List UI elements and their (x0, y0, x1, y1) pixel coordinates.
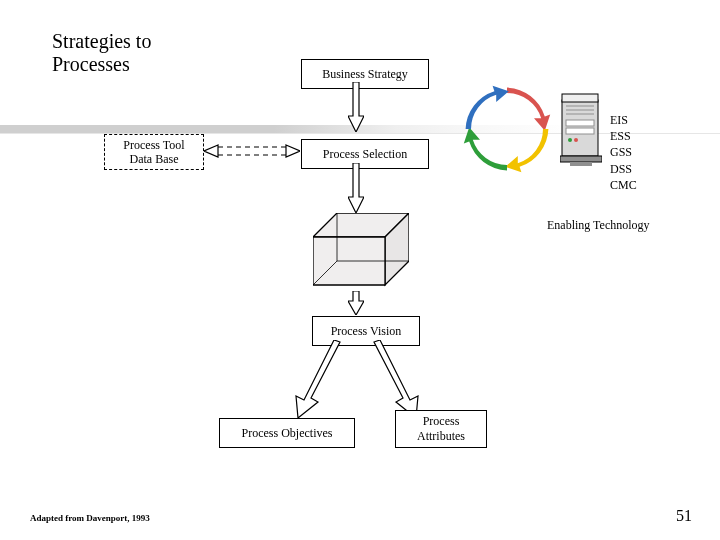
slide-number: 51 (676, 507, 692, 525)
svg-rect-18 (560, 156, 602, 162)
cube-icon (313, 213, 409, 289)
tech-item-cmc: CMC (610, 177, 637, 193)
node-process-objectives: Process Objectives (219, 418, 355, 448)
node-label: Business Strategy (322, 67, 408, 82)
svg-rect-14 (566, 120, 594, 126)
title-line2: Processes (52, 53, 252, 76)
arrow-down-left-icon (290, 340, 346, 418)
svg-point-16 (568, 138, 572, 142)
node-label: Process Selection (323, 147, 407, 162)
arrow-down-icon (348, 291, 364, 315)
node-process-selection: Process Selection (301, 139, 429, 169)
svg-rect-10 (562, 94, 598, 102)
tech-item-ess: ESS (610, 128, 637, 144)
title-line1: Strategies to (52, 30, 252, 53)
node-label-line1: Process (423, 414, 460, 429)
enabling-tech-label: Enabling Technology (547, 218, 650, 233)
node-label: Process Objectives (242, 426, 333, 441)
server-icon (560, 92, 602, 176)
node-label-line2: Attributes (417, 429, 465, 444)
cycle-icon (462, 84, 552, 174)
node-label-line2: Data Base (130, 152, 179, 166)
tech-list: EIS ESS GSS DSS CMC (610, 112, 637, 193)
svg-rect-15 (566, 128, 594, 134)
arrow-down-icon (348, 82, 364, 132)
tech-item-gss: GSS (610, 144, 637, 160)
page-title: Strategies to Processes (52, 30, 252, 76)
svg-point-17 (574, 138, 578, 142)
node-process-tool-db: Process Tool Data Base (104, 134, 204, 170)
footer-citation: Adapted from Davenport, 1993 (30, 513, 150, 523)
tech-item-dss: DSS (610, 161, 637, 177)
tech-item-eis: EIS (610, 112, 637, 128)
node-label-line1: Process Tool (123, 138, 184, 152)
svg-rect-19 (570, 162, 592, 166)
node-process-attributes: Process Attributes (395, 410, 487, 448)
node-business-strategy: Business Strategy (301, 59, 429, 89)
arrow-down-icon (348, 163, 364, 213)
arrow-down-right-icon (368, 340, 424, 418)
node-label: Process Vision (331, 324, 402, 339)
arrow-bidirectional-dashed-icon (204, 141, 300, 161)
